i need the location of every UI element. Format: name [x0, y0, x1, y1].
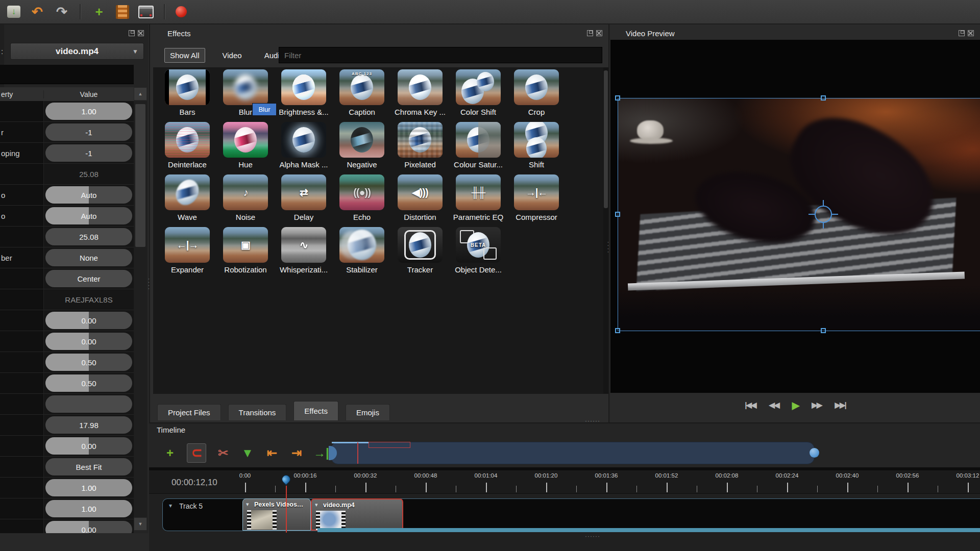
rewind-button[interactable]: ◀◀ — [769, 400, 779, 410]
jump-to-start-button[interactable]: |◀◀ — [745, 400, 755, 410]
fast-forward-button[interactable]: ▶▶ — [812, 400, 821, 410]
clip-selector-dropdown[interactable]: video.mp4 ▼ — [10, 43, 144, 60]
chevron-down-icon[interactable]: ▾ — [246, 501, 249, 508]
next-marker-button[interactable]: ⇥ — [289, 444, 304, 462]
filter-tab-video[interactable]: Video — [217, 48, 247, 62]
effect-item-object-dete[interactable]: BETAObject Dete... — [449, 227, 507, 274]
export-video-icon[interactable] — [138, 6, 154, 18]
property-value-pill[interactable]: 1.00 — [45, 500, 132, 517]
resize-handle-top-middle[interactable] — [821, 95, 826, 101]
close-panel-icon[interactable] — [596, 30, 602, 36]
effect-item-tracker[interactable]: Tracker — [391, 227, 449, 274]
effect-item-negative[interactable]: Negative — [333, 122, 391, 169]
razor-button[interactable]: ✂ — [215, 444, 231, 462]
property-value-pill[interactable]: Center — [45, 270, 132, 287]
add-track-button[interactable]: + — [162, 444, 178, 462]
property-value-pill[interactable]: 1.00 — [45, 479, 132, 496]
property-value-pill[interactable]: None — [45, 249, 132, 266]
effect-item-noise[interactable]: ♪Noise — [216, 174, 275, 221]
property-value-pill[interactable]: -1 — [45, 123, 132, 141]
redo-icon[interactable]: ↷ — [54, 4, 69, 19]
effect-item-delay[interactable]: ⇄Delay — [275, 174, 333, 221]
effect-item-color-shift[interactable]: Color Shift — [449, 69, 507, 116]
effect-item-expander[interactable]: ←|→Expander — [158, 227, 216, 274]
property-value-pill[interactable]: 0.50 — [45, 374, 132, 392]
choose-profile-icon[interactable] — [116, 5, 129, 19]
undo-icon[interactable]: ↶ — [30, 4, 45, 19]
properties-scrollbar-thumb[interactable] — [135, 104, 145, 247]
tab-emojis[interactable]: Emojis — [346, 404, 390, 420]
effect-item-hue[interactable]: Hue — [216, 122, 275, 169]
previous-marker-button[interactable]: ⇤ — [264, 444, 280, 462]
effect-item-deinterlace[interactable]: Deinterlace — [158, 122, 216, 169]
effect-item-crop[interactable]: Crop — [507, 69, 566, 116]
effect-item-chroma-key[interactable]: Chroma Key ... — [391, 69, 449, 116]
effect-item-distortion[interactable]: ◀)))Distortion — [391, 174, 449, 221]
property-value-pill[interactable]: 0.00 — [45, 521, 132, 533]
property-value-pill[interactable]: Auto — [45, 186, 132, 204]
effect-item-shift[interactable]: Shift — [507, 122, 566, 169]
float-panel-icon[interactable] — [129, 30, 135, 36]
jump-to-end-button[interactable]: ▶▶| — [835, 400, 845, 410]
property-value-pill[interactable]: Best Fit — [45, 458, 132, 475]
effect-item-bars[interactable]: Bars — [158, 69, 216, 116]
effect-item-stabilizer[interactable]: Stabilizer — [333, 227, 391, 274]
scroll-up-button[interactable]: ▲ — [134, 87, 147, 101]
effects-scrollbar-thumb[interactable] — [604, 70, 608, 208]
effect-item-brightness[interactable]: Brightness &... — [275, 69, 333, 116]
chevron-down-icon[interactable]: ▾ — [315, 502, 318, 508]
property-value-pill[interactable]: 0.00 — [45, 312, 132, 329]
timeline-ruler[interactable]: 00:00:12,10 0:0000:00:1600:00:3200:00:48… — [149, 470, 980, 494]
property-value-pill[interactable]: -1 — [45, 144, 132, 162]
save-project-icon[interactable]: ↓ — [7, 6, 20, 18]
video-preview-stage[interactable] — [610, 40, 980, 393]
effect-item-compressor[interactable]: →|←Compressor — [507, 174, 566, 221]
timeline-clip-selected[interactable]: ▾ video.mp4 — [311, 498, 403, 531]
effect-item-robotization[interactable]: ▣Robotization — [216, 227, 275, 274]
import-files-icon[interactable]: + — [91, 4, 107, 19]
tab-transitions[interactable]: Transitions — [228, 404, 287, 420]
close-panel-icon[interactable] — [138, 30, 144, 36]
splitter-handle[interactable]: ······ — [585, 533, 600, 540]
float-panel-icon[interactable] — [587, 30, 593, 36]
snapping-toggle[interactable]: U — [187, 443, 206, 463]
property-value-pill[interactable]: 0.50 — [45, 354, 132, 371]
tab-project-files[interactable]: Project Files — [157, 404, 221, 420]
effect-item-pixelated[interactable]: Pixelated — [391, 122, 449, 169]
scroll-down-button[interactable]: ▼ — [134, 517, 147, 531]
effect-item-parametric-eq[interactable]: ╫╫Parametric EQ — [449, 174, 507, 221]
effect-item-echo[interactable]: ((●))Echo — [333, 174, 391, 221]
effect-item-whisperizati[interactable]: ∿Whisperizati... — [275, 227, 333, 274]
properties-filter-input[interactable] — [0, 65, 134, 84]
chevron-down-icon[interactable]: ▾ — [169, 502, 172, 509]
add-marker-button[interactable]: ▼ — [240, 444, 255, 462]
splitter-handle[interactable]: ···· — [145, 278, 153, 291]
property-value-pill[interactable]: 25.08 — [45, 228, 132, 245]
record-icon[interactable] — [176, 6, 187, 17]
resize-handle-bottom-left[interactable] — [615, 328, 620, 333]
property-value-pill[interactable]: 1.00 — [45, 103, 132, 120]
effect-item-alpha-mask[interactable]: Alpha Mask ... — [275, 122, 333, 169]
resize-handle-bottom-middle[interactable] — [821, 328, 826, 333]
property-value-pill[interactable] — [45, 395, 132, 413]
resize-handle-middle-left[interactable] — [615, 212, 620, 217]
origin-crosshair-icon[interactable] — [815, 206, 832, 223]
timeline-clip[interactable]: ▾ Pexels Videos… — [242, 498, 311, 531]
property-value-pill[interactable]: Auto — [45, 207, 132, 224]
splitter-handle[interactable]: ···· — [605, 241, 612, 254]
float-panel-icon[interactable] — [959, 30, 965, 36]
tab-effects[interactable]: Effects — [293, 401, 338, 420]
property-value-pill[interactable]: 0.00 — [45, 333, 132, 350]
timeline-horizontal-scrollbar[interactable] — [317, 528, 980, 532]
effect-item-wave[interactable]: Wave — [158, 174, 216, 221]
effect-item-colour-satur[interactable]: Colour Satur... — [449, 122, 507, 169]
effects-filter-input[interactable] — [279, 47, 602, 63]
effect-item-caption[interactable]: ABC 123Caption — [333, 69, 391, 116]
property-value-pill[interactable]: 0.00 — [45, 437, 132, 455]
filter-tab-show-all[interactable]: Show All — [164, 48, 205, 63]
close-panel-icon[interactable] — [968, 30, 974, 36]
resize-handle-top-left[interactable] — [615, 95, 620, 101]
zoom-slider-right-handle[interactable] — [810, 448, 819, 458]
play-button[interactable]: ▶ — [792, 399, 799, 411]
splitter-handle[interactable]: ······ — [585, 417, 600, 424]
